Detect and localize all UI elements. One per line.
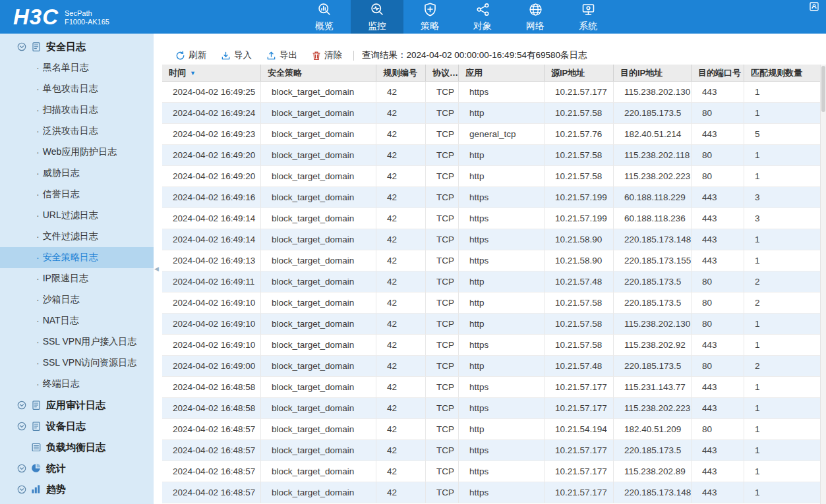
sidebar-item-scan-attack-log[interactable]: ·扫描攻击日志 [0, 99, 154, 121]
scrollbar-thumb[interactable] [821, 66, 825, 112]
table-row[interactable]: 2024-04-02 16:49:11block_target_domain42… [162, 271, 826, 293]
nav-tab-policy[interactable]: 策略 [403, 0, 456, 34]
table-row[interactable]: 2024-04-02 16:49:00block_target_domain42… [162, 356, 826, 377]
col-header-application[interactable]: 应用 [459, 65, 545, 81]
cell-src-ip: 10.21.57.58 [545, 293, 614, 314]
table-row[interactable]: 2024-04-02 16:49:14block_target_domain42… [162, 229, 826, 250]
table-row[interactable]: 2024-04-02 16:48:57block_target_domain42… [162, 419, 826, 440]
nav-tab-label: 对象 [473, 20, 492, 32]
cell-application: http [459, 293, 545, 314]
col-header-protocol[interactable]: 协议… [426, 65, 459, 81]
sidebar-gutter: ◀ [154, 34, 162, 504]
expander-icon[interactable] [17, 485, 26, 494]
expander-icon[interactable] [17, 42, 26, 51]
nav-tab-network[interactable]: 网络 [509, 0, 562, 34]
sidebar-item-security-policy-log[interactable]: ·安全策略日志 [0, 247, 154, 268]
clear-label: 清除 [324, 49, 342, 61]
import-button[interactable]: 导入 [214, 49, 259, 61]
table-row[interactable]: 2024-04-02 16:49:25block_target_domain42… [162, 82, 826, 103]
doc-icon [31, 400, 42, 410]
cell-time: 2024-04-02 16:49:20 [162, 166, 261, 187]
table-row[interactable]: 2024-04-02 16:48:57block_target_domain42… [162, 461, 826, 482]
sidebar-item-nat-log[interactable]: ·NAT日志 [0, 310, 154, 331]
sidebar-item-blacklist-log[interactable]: ·黑名单日志 [0, 57, 154, 78]
cell-dst-port: 443 [692, 335, 744, 356]
cell-application: https [459, 250, 545, 271]
table-row[interactable]: 2024-04-02 16:48:58block_target_domain42… [162, 377, 826, 398]
cell-dst-port: 443 [692, 229, 744, 250]
sidebar-item-load-balance-log[interactable]: 负载均衡日志 [0, 437, 154, 458]
clear-button[interactable]: 清除 [305, 49, 349, 61]
table-row[interactable]: 2024-04-02 16:48:57block_target_domain42… [162, 440, 826, 461]
nav-tab-objects[interactable]: 对象 [456, 0, 509, 34]
cell-dst-port: 443 [692, 187, 744, 208]
export-button[interactable]: 导出 [259, 49, 305, 61]
refresh-button[interactable]: 刷新 [168, 49, 214, 61]
table-row[interactable]: 2024-04-02 16:49:20block_target_domain42… [162, 145, 826, 166]
table-row[interactable]: 2024-04-02 16:49:24block_target_domain42… [162, 103, 826, 124]
overview-icon [317, 2, 332, 20]
cell-protocol: TCP [426, 398, 459, 419]
cell-dst-ip: 115.238.202.89 [614, 461, 692, 482]
cell-protocol: TCP [426, 356, 459, 377]
col-header-policy[interactable]: 安全策略 [261, 65, 376, 81]
table-row[interactable]: 2024-04-02 16:49:10block_target_domain42… [162, 335, 826, 356]
col-header-label: 目的端口号 [698, 67, 741, 79]
col-header-rule-id[interactable]: 规则编号 [376, 65, 426, 81]
cell-rule-id: 42 [376, 166, 426, 187]
col-header-match-count[interactable]: 匹配规则数量 [744, 65, 826, 81]
col-header-label: 安全策略 [268, 67, 302, 79]
table-row[interactable]: 2024-04-02 16:49:16block_target_domain42… [162, 187, 826, 208]
table-row[interactable]: 2024-04-02 16:49:14block_target_domain42… [162, 208, 826, 229]
table-row[interactable]: 2024-04-02 16:49:13block_target_domain42… [162, 250, 826, 271]
sidebar-item-reputation-log[interactable]: ·信誉日志 [0, 184, 154, 205]
sidebar-item-security-log[interactable]: 安全日志 [0, 36, 154, 57]
sidebar-item-trend[interactable]: 趋势 [0, 479, 154, 500]
sidebar-item-web-app-protection-log[interactable]: ·Web应用防护日志 [0, 142, 154, 163]
table-scrollbar[interactable] [820, 65, 826, 504]
sidebar-item-file-filter-log[interactable]: ·文件过滤日志 [0, 226, 154, 247]
table-row[interactable]: 2024-04-02 16:49:20block_target_domain42… [162, 166, 826, 187]
nav-tab-overview[interactable]: 概览 [298, 0, 351, 34]
table-row[interactable]: 2024-04-02 16:48:57block_target_domain42… [162, 482, 826, 503]
sidebar-item-flood-attack-log[interactable]: ·泛洪攻击日志 [0, 121, 154, 142]
nav-tab-label: 概览 [315, 20, 334, 32]
cell-src-ip: 10.21.58.90 [545, 229, 614, 250]
table-row[interactable]: 2024-04-02 16:49:10block_target_domain42… [162, 293, 826, 314]
col-header-label: 源IP地址 [551, 67, 585, 79]
table-row[interactable]: 2024-04-02 16:49:10block_target_domain42… [162, 314, 826, 335]
cell-match-count: 2 [744, 356, 826, 377]
table-row[interactable]: 2024-04-02 16:48:58block_target_domain42… [162, 398, 826, 419]
sidebar-item-sslvpn-resource-access-log[interactable]: ·SSL VPN访问资源日志 [0, 352, 154, 374]
cell-dst-port: 443 [692, 208, 744, 229]
sidebar-collapse-icon[interactable]: ◀ [154, 266, 159, 272]
col-header-dst-port[interactable]: 目的端口号 [692, 65, 744, 81]
sort-dropdown-icon[interactable]: ▼ [190, 70, 196, 76]
table-row[interactable]: 2024-04-02 16:49:23block_target_domain42… [162, 124, 826, 145]
col-header-time[interactable]: 时间▼ [162, 65, 261, 81]
cell-dst-port: 443 [692, 377, 744, 398]
col-header-dst-ip[interactable]: 目的IP地址 [614, 65, 692, 81]
sidebar-item-endpoint-log[interactable]: ·终端日志 [0, 374, 154, 395]
content-panel: 刷新 导入 导出 [162, 34, 826, 504]
header-user-icon[interactable] [809, 1, 819, 14]
sidebar-item-ip-rate-limit-log[interactable]: ·IP限速日志 [0, 268, 154, 289]
nav-tab-monitor[interactable]: 监控 [351, 0, 403, 34]
sidebar-item-single-packet-attack-log[interactable]: ·单包攻击日志 [0, 78, 154, 99]
expander-icon[interactable] [17, 464, 26, 473]
sidebar-item-statistics[interactable]: 统计 [0, 458, 154, 479]
cell-time: 2024-04-02 16:49:14 [162, 208, 261, 229]
sidebar-item-threat-log[interactable]: ·威胁日志 [0, 163, 154, 184]
nav-tab-system[interactable]: 系统 [562, 0, 614, 34]
sidebar-item-sandbox-log[interactable]: ·沙箱日志 [0, 289, 154, 310]
sidebar-item-app-audit-log[interactable]: 应用审计日志 [0, 395, 154, 416]
expander-icon[interactable] [17, 401, 26, 410]
refresh-icon [175, 51, 185, 61]
cell-match-count: 1 [744, 419, 826, 440]
sidebar-item-url-filter-log[interactable]: ·URL过滤日志 [0, 205, 154, 226]
col-header-src-ip[interactable]: 源IP地址 [545, 65, 614, 81]
sidebar-item-device-log[interactable]: 设备日志 [0, 416, 154, 437]
sidebar-item-sslvpn-user-access-log[interactable]: ·SSL VPN用户接入日志 [0, 331, 154, 352]
nav-tab-label: 监控 [368, 20, 386, 32]
expander-icon[interactable] [17, 422, 26, 431]
